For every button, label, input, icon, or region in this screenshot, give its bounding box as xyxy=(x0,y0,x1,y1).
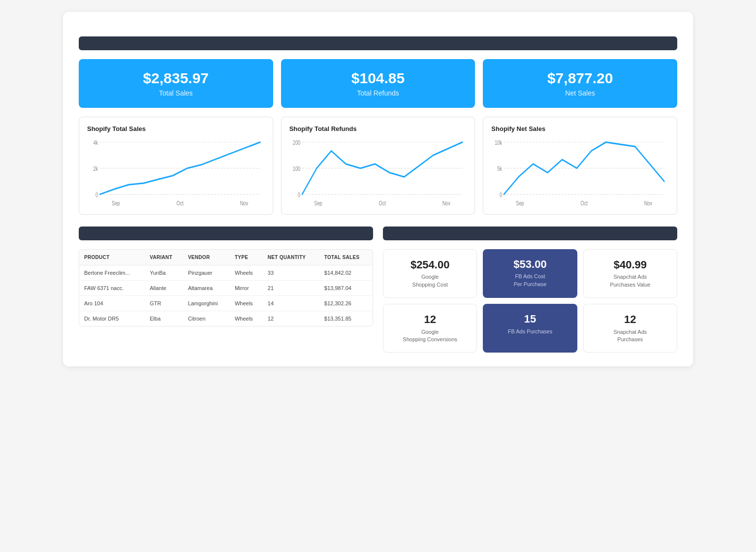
metric-label-1: Total Refunds xyxy=(289,89,468,97)
chart-area-1: 200 100 0 Sep Oct Nov xyxy=(289,137,467,206)
metric-cards: $2,835.97 Total Sales $104.85 Total Refu… xyxy=(79,59,677,108)
order-section-header xyxy=(79,227,373,240)
ecomm-value: 15 xyxy=(489,313,571,325)
table-row: Bertone Freeclim...YunBaPinzgauerWheels3… xyxy=(79,265,373,281)
svg-text:10k: 10k xyxy=(495,139,503,146)
svg-text:2k: 2k xyxy=(93,165,98,172)
svg-text:0: 0 xyxy=(95,191,98,198)
table-cell-3-2: Citroen xyxy=(183,311,230,326)
table-cell-1-1: Allante xyxy=(145,281,183,296)
chart-cards: Shopify Total Sales 4k 2k 0 Sep Oct Nov … xyxy=(79,117,677,215)
svg-text:200: 200 xyxy=(292,139,300,146)
table-cell-2-0: Aro 104 xyxy=(79,296,145,311)
table-cell-0-3: Wheels xyxy=(230,265,263,281)
table-cell-3-4: 12 xyxy=(263,311,319,326)
ecomm-section: $254.00 GoogleShopping Cost $53.00 FB Ad… xyxy=(383,227,677,353)
ecomm-value: 12 xyxy=(590,313,671,326)
dashboard-wrapper: $2,835.97 Total Sales $104.85 Total Refu… xyxy=(63,12,693,366)
svg-text:Nov: Nov xyxy=(442,199,450,206)
ecomm-row-2: 12 GoogleShopping Conversions 15 FB Ads … xyxy=(383,304,677,353)
col-header-2: VENDOR xyxy=(183,250,230,265)
metric-value-1: $104.85 xyxy=(289,70,468,86)
col-header-5: TOTAL SALES xyxy=(319,250,373,265)
ecomm-label: GoogleShopping Cost xyxy=(389,273,471,289)
chart-svg-1: 200 100 0 Sep Oct Nov xyxy=(289,137,467,206)
table-cell-2-3: Wheels xyxy=(230,296,263,311)
svg-text:4k: 4k xyxy=(93,139,98,146)
svg-text:Sep: Sep xyxy=(516,199,524,206)
ecomm-label: FB Ads Purchases xyxy=(489,328,571,335)
table-cell-1-4: 21 xyxy=(263,281,319,296)
svg-text:0: 0 xyxy=(298,191,300,198)
order-table-body: Bertone Freeclim...YunBaPinzgauerWheels3… xyxy=(79,265,373,326)
table-cell-3-1: Elba xyxy=(145,311,183,326)
table-cell-0-1: YunBa xyxy=(145,265,183,281)
chart-svg-2: 10k 5k 0 Sep Oct Nov xyxy=(491,137,669,206)
table-cell-2-2: Lamgorghini xyxy=(183,296,230,311)
metric-value-0: $2,835.97 xyxy=(87,70,265,86)
metric-label-0: Total Sales xyxy=(87,89,265,97)
col-header-3: TYPE xyxy=(230,250,263,265)
ecomm-value: $254.00 xyxy=(389,259,471,271)
table-cell-2-4: 14 xyxy=(263,296,319,311)
ecomm-label: Snapchat AdsPurchases xyxy=(590,328,671,344)
svg-text:0: 0 xyxy=(500,191,502,198)
col-header-0: PRODUCT xyxy=(79,250,145,265)
chart-card-2: Shopify Net Sales 10k 5k 0 Sep Oct Nov xyxy=(483,117,677,215)
chart-card-0: Shopify Total Sales 4k 2k 0 Sep Oct Nov xyxy=(79,117,273,215)
shopify-section-header xyxy=(79,36,677,50)
col-header-4: NET QUANTITY xyxy=(263,250,319,265)
table-cell-2-1: GTR xyxy=(145,296,183,311)
table-cell-2-5: $12,302.26 xyxy=(319,296,373,311)
table-cell-0-5: $14,842.02 xyxy=(319,265,373,281)
chart-title-2: Shopify Net Sales xyxy=(491,125,669,132)
ecomm-label: FB Ads CostPer Purchase xyxy=(489,273,571,288)
ecomm-value: 12 xyxy=(389,313,471,326)
ecomm-cards: $254.00 GoogleShopping Cost $53.00 FB Ad… xyxy=(383,249,677,353)
ecomm-label: Snapchat AdsPurchases Value xyxy=(590,273,671,289)
table-cell-1-0: FAW 6371 nacc. xyxy=(79,281,145,296)
chart-title-1: Shopify Total Refunds xyxy=(289,125,467,132)
table-cell-0-0: Bertone Freeclim... xyxy=(79,265,145,281)
order-table-head: PRODUCTVARIANTVENDORTYPENET QUANTITYTOTA… xyxy=(79,250,373,265)
metric-card-0: $2,835.97 Total Sales xyxy=(79,59,273,108)
ecomm-section-header xyxy=(383,227,677,240)
order-table-header-row: PRODUCTVARIANTVENDORTYPENET QUANTITYTOTA… xyxy=(79,250,373,265)
table-cell-1-3: Mirror xyxy=(230,281,263,296)
order-breakdown-section: PRODUCTVARIANTVENDORTYPENET QUANTITYTOTA… xyxy=(79,227,373,326)
table-row: Dr. Motor DR5ElbaCitroenWheels12$13,351.… xyxy=(79,311,373,326)
ecomm-row-1: $254.00 GoogleShopping Cost $53.00 FB Ad… xyxy=(383,249,677,298)
ecomm-card-ecomm-row-2-0: 12 GoogleShopping Conversions xyxy=(383,304,477,353)
ecomm-card-ecomm-row-2-2: 12 Snapchat AdsPurchases xyxy=(583,304,677,353)
ecomm-value: $40.99 xyxy=(590,259,671,271)
svg-text:100: 100 xyxy=(292,165,300,172)
svg-text:5k: 5k xyxy=(498,165,503,172)
ecomm-card-ecomm-row-1-2: $40.99 Snapchat AdsPurchases Value xyxy=(583,249,677,298)
order-table: PRODUCTVARIANTVENDORTYPENET QUANTITYTOTA… xyxy=(79,250,373,326)
chart-title-0: Shopify Total Sales xyxy=(87,125,265,132)
table-cell-1-5: $13,987.04 xyxy=(319,281,373,296)
metric-value-2: $7,877.20 xyxy=(491,70,669,86)
table-cell-1-2: Altamarea xyxy=(183,281,230,296)
metric-label-2: Net Sales xyxy=(491,89,669,97)
order-table-wrapper: PRODUCTVARIANTVENDORTYPENET QUANTITYTOTA… xyxy=(79,249,373,326)
table-row: Aro 104GTRLamgorghiniWheels14$12,302.26 xyxy=(79,296,373,311)
ecomm-label: GoogleShopping Conversions xyxy=(389,328,471,344)
svg-text:Sep: Sep xyxy=(314,199,322,206)
metric-card-2: $7,877.20 Net Sales xyxy=(483,59,677,108)
ecomm-card-ecomm-row-2-1: 15 FB Ads Purchases xyxy=(483,304,577,353)
ecomm-card-ecomm-row-1-1: $53.00 FB Ads CostPer Purchase xyxy=(483,249,577,298)
svg-text:Oct: Oct xyxy=(581,199,588,206)
table-cell-3-3: Wheels xyxy=(230,311,263,326)
table-cell-0-2: Pinzgauer xyxy=(183,265,230,281)
table-row: FAW 6371 nacc.AllanteAltamareaMirror21$1… xyxy=(79,281,373,296)
table-cell-3-5: $13,351.85 xyxy=(319,311,373,326)
chart-area-2: 10k 5k 0 Sep Oct Nov xyxy=(491,137,669,206)
metric-card-1: $104.85 Total Refunds xyxy=(281,59,475,108)
table-cell-3-0: Dr. Motor DR5 xyxy=(79,311,145,326)
svg-text:Nov: Nov xyxy=(644,199,653,206)
bottom-row: PRODUCTVARIANTVENDORTYPENET QUANTITYTOTA… xyxy=(79,227,677,353)
svg-text:Oct: Oct xyxy=(378,199,385,206)
svg-text:Sep: Sep xyxy=(112,199,120,206)
svg-text:Nov: Nov xyxy=(240,199,249,206)
